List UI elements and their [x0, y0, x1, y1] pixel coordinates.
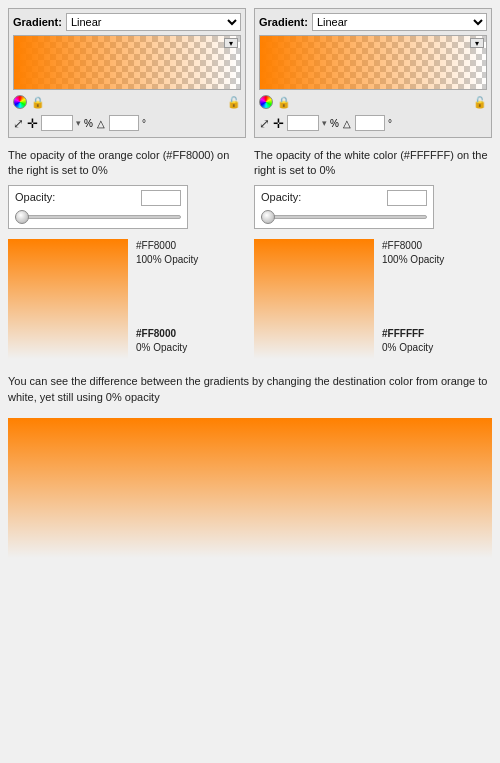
bottom-color-right: #FFFFFF [382, 328, 424, 339]
examples-row: #FF8000 100% Opacity #FF8000 0% Opacity … [8, 239, 492, 359]
dropdown-arrow-left[interactable]: ▾ [76, 118, 81, 128]
move-icon-left[interactable]: ✛ [27, 116, 38, 131]
width-input-right[interactable] [287, 115, 319, 131]
angle-input-right[interactable]: 270 [355, 115, 385, 131]
swatch-bottom-label-left: #FF8000 0% Opacity [136, 327, 198, 355]
opacity-panel-right: Opacity: 0 [254, 185, 434, 229]
panel-header-left: Gradient: Linear [13, 13, 241, 31]
opacity-thumb-right[interactable] [261, 210, 275, 224]
top-opacity-left: 100% Opacity [136, 254, 198, 265]
opacity-track-left [15, 215, 181, 219]
gradient-options-icon[interactable]: ▾ [224, 38, 238, 48]
gradient-panel-right: Gradient: Linear ▾ 🔒 🔓 ⤢ ✛ ▾ % △ 270 ° [254, 8, 492, 138]
description-left: The opacity of the orange color (#FF8000… [8, 148, 246, 229]
top-color-right: #FF8000 [382, 240, 422, 251]
resize-icon-right[interactable]: ⤢ [259, 116, 270, 131]
percent-label-right: % [330, 118, 339, 129]
lock-icon-right[interactable]: 🔒 [277, 96, 291, 109]
gradient-select-left[interactable]: Linear [66, 13, 241, 31]
dropdown-arrow-right[interactable]: ▾ [322, 118, 327, 128]
comparison-right-gradient [250, 418, 492, 558]
swatch-top-label-right: #FF8000 100% Opacity [382, 239, 444, 267]
gradient-preview-left: ▾ [13, 35, 241, 90]
opacity-label-left: Opacity: [15, 190, 55, 205]
example-box-right: #FF8000 100% Opacity #FFFFFF 0% Opacity [254, 239, 492, 359]
opacity-input-right[interactable]: 0 [387, 190, 427, 206]
triangle-icon-right: △ [343, 118, 351, 129]
gradient-preview-right: ▾ [259, 35, 487, 90]
bottom-color-left: #FF8000 [136, 328, 176, 339]
opacity-row-right: Opacity: 0 [261, 190, 427, 206]
gradient-fill-left [14, 36, 240, 89]
swatch-top-label-left: #FF8000 100% Opacity [136, 239, 198, 267]
color-lock-left: 🔒 [13, 95, 45, 109]
bottom-section: You can see the difference between the g… [8, 369, 492, 562]
swatch-labels-left: #FF8000 100% Opacity #FF8000 0% Opacity [136, 239, 198, 355]
icon-row-right: 🔒 🔓 [259, 94, 487, 110]
description-text-left: The opacity of the orange color (#FF8000… [8, 148, 246, 179]
description-right: The opacity of the white color (#FFFFFF)… [254, 148, 492, 229]
description-text-right: The opacity of the white color (#FFFFFF)… [254, 148, 492, 179]
top-panels-row: Gradient: Linear ▾ 🔒 🔓 ⤢ ✛ ▾ % △ 270 [8, 8, 492, 138]
percent-label-left: % [84, 118, 93, 129]
opacity-slider-left[interactable] [15, 210, 181, 224]
gradient-label-left: Gradient: [13, 16, 62, 28]
icon-row-left: 🔒 🔓 [13, 94, 241, 110]
gradient-swatch-left [8, 239, 128, 359]
width-input-left[interactable] [41, 115, 73, 131]
opacity-slider-right[interactable] [261, 210, 427, 224]
tool-row-right: ⤢ ✛ ▾ % △ 270 ° [259, 113, 487, 133]
lock-icon-left[interactable]: 🔒 [31, 96, 45, 109]
explanation-text: You can see the difference between the g… [8, 373, 492, 406]
gradient-panel-left: Gradient: Linear ▾ 🔒 🔓 ⤢ ✛ ▾ % △ 270 [8, 8, 246, 138]
gradient-label-right: Gradient: [259, 16, 308, 28]
color-lock-right: 🔒 [259, 95, 291, 109]
opacity-label-right: Opacity: [261, 190, 301, 205]
gradient-options-icon-right[interactable]: ▾ [470, 38, 484, 48]
gradient-select-right[interactable]: Linear [312, 13, 487, 31]
example-box-left: #FF8000 100% Opacity #FF8000 0% Opacity [8, 239, 246, 359]
angle-input-left[interactable]: 270 [109, 115, 139, 131]
opacity-panel-left: Opacity: 0 [8, 185, 188, 229]
top-color-left: #FF8000 [136, 240, 176, 251]
opacity-track-right [261, 215, 427, 219]
opacity-input-left[interactable]: 0 [141, 190, 181, 206]
middle-row: The opacity of the orange color (#FF8000… [8, 148, 492, 229]
bottom-opacity-left: 0% Opacity [136, 342, 187, 353]
gradient-swatch-right [254, 239, 374, 359]
tool-row-left: ⤢ ✛ ▾ % △ 270 ° [13, 113, 241, 133]
opacity-thumb-left[interactable] [15, 210, 29, 224]
bottom-opacity-right: 0% Opacity [382, 342, 433, 353]
move-icon-right[interactable]: ✛ [273, 116, 284, 131]
top-opacity-right: 100% Opacity [382, 254, 444, 265]
comparison-left-gradient [8, 418, 250, 558]
panel-header-right: Gradient: Linear [259, 13, 487, 31]
lock-icon-gold-left[interactable]: 🔓 [227, 96, 241, 109]
triangle-icon-left: △ [97, 118, 105, 129]
swatch-bottom-label-right: #FFFFFF 0% Opacity [382, 327, 444, 355]
degree-icon-left: ° [142, 118, 146, 129]
degree-icon-right: ° [388, 118, 392, 129]
lock-icon-gold-right[interactable]: 🔓 [473, 96, 487, 109]
color-wheel-icon-left[interactable] [13, 95, 27, 109]
opacity-row-left: Opacity: 0 [15, 190, 181, 206]
comparison-gradient [8, 418, 492, 558]
swatch-labels-right: #FF8000 100% Opacity #FFFFFF 0% Opacity [382, 239, 444, 355]
resize-icon-left[interactable]: ⤢ [13, 116, 24, 131]
color-wheel-icon-right[interactable] [259, 95, 273, 109]
gradient-fill-right [260, 36, 486, 89]
